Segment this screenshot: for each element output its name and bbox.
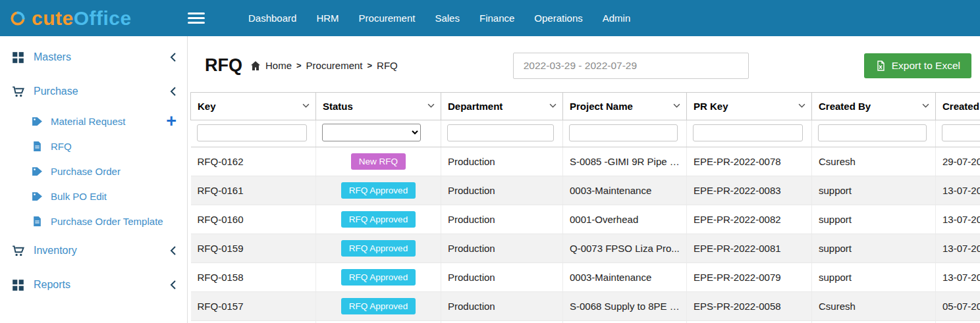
breadcrumb-separator: > bbox=[367, 61, 372, 70]
nav-item-dashboard[interactable]: Dashboard bbox=[248, 12, 296, 24]
cell-created-by: Csuresh bbox=[812, 321, 936, 323]
cell-status: RFQ Approved bbox=[316, 292, 441, 321]
nav-item-procurement[interactable]: Procurement bbox=[359, 12, 416, 24]
cell-key: RFQ-0160 bbox=[191, 205, 316, 234]
table-row[interactable]: RFQ-0159 RFQ Approved Production Q-0073 … bbox=[191, 234, 980, 263]
sidebar-item-material-request[interactable]: Material Request + bbox=[0, 109, 187, 134]
cell-created: 13-07-2022 bbox=[936, 263, 980, 292]
grid-icon bbox=[12, 279, 24, 291]
cell-pr-key: EPE-PR-2022-0082 bbox=[687, 205, 812, 234]
chevron-down-icon[interactable] bbox=[302, 103, 310, 108]
nav-item-operations[interactable]: Operations bbox=[534, 12, 582, 24]
breadcrumb-item-rfq[interactable]: RFQ bbox=[377, 60, 398, 71]
main-content: RFQ Home > Procurement > RFQ bbox=[188, 36, 980, 323]
cell-created: 17-06-2022 bbox=[936, 321, 980, 323]
filter-input-created-by[interactable] bbox=[818, 124, 927, 141]
main-nav: Dashboard HRM Procurement Sales Finance … bbox=[248, 12, 630, 24]
chevron-left-icon[interactable] bbox=[170, 53, 177, 62]
rfq-table: Key Status Department Project Name PR Ke… bbox=[190, 92, 980, 323]
cell-created: 05-07-2022 bbox=[936, 292, 980, 321]
export-button-label: Export to Excel bbox=[892, 60, 960, 72]
status-badge: RFQ Approved bbox=[341, 211, 416, 228]
column-header-created[interactable]: Created bbox=[936, 93, 980, 120]
cell-created: 13-07-2022 bbox=[936, 205, 980, 234]
column-header-status[interactable]: Status bbox=[316, 93, 441, 120]
nav-item-admin[interactable]: Admin bbox=[603, 12, 631, 24]
sidebar-item-label: Purchase Order Template bbox=[51, 216, 163, 227]
cell-status: New RFQ bbox=[316, 147, 441, 176]
table-filter-row bbox=[191, 120, 980, 147]
sidebar-item-rfq[interactable]: RFQ bbox=[0, 134, 187, 159]
nav-item-hrm[interactable]: HRM bbox=[316, 12, 339, 24]
logo-text-cute: cute bbox=[32, 7, 74, 29]
chevron-down-icon[interactable] bbox=[798, 103, 805, 108]
cell-status: RFQ Approved bbox=[316, 234, 441, 263]
column-label: Created By bbox=[819, 101, 871, 112]
cell-key: RFQ-0156 bbox=[191, 321, 316, 323]
status-badge: RFQ Approved bbox=[341, 240, 416, 257]
table-row[interactable]: RFQ-0157 RFQ Approved Production S-0068 … bbox=[191, 292, 980, 321]
sidebar-item-masters[interactable]: Masters bbox=[0, 40, 187, 74]
filter-select-status[interactable] bbox=[322, 124, 421, 141]
column-header-pr-key[interactable]: PR Key bbox=[687, 93, 812, 120]
chevron-left-icon[interactable] bbox=[170, 87, 177, 96]
filter-input-created[interactable] bbox=[942, 124, 980, 141]
chevron-left-icon[interactable] bbox=[170, 246, 177, 255]
date-range-input[interactable] bbox=[513, 53, 749, 79]
home-icon[interactable] bbox=[250, 61, 261, 71]
cell-status: RFQ Approved bbox=[316, 205, 441, 234]
nav-item-finance[interactable]: Finance bbox=[479, 12, 514, 24]
filter-cell bbox=[936, 120, 980, 147]
table-row[interactable]: RFQ-0156 RFQ Approved Production Q-0001-… bbox=[191, 321, 980, 323]
app-logo[interactable]: cuteOffice bbox=[0, 7, 188, 30]
sidebar-item-purchase-order-template[interactable]: Purchase Order Template bbox=[0, 209, 187, 234]
file-icon bbox=[32, 216, 43, 227]
filter-cell bbox=[687, 120, 812, 147]
table-row[interactable]: RFQ-0162 New RFQ Production S-0085 -GIMI… bbox=[191, 147, 980, 176]
sidebar-item-inventory[interactable]: Inventory bbox=[0, 234, 187, 268]
chevron-down-icon[interactable] bbox=[922, 103, 929, 108]
filter-cell bbox=[812, 120, 936, 147]
sidebar-item-label: Purchase bbox=[34, 86, 78, 97]
filter-input-pr-key[interactable] bbox=[693, 124, 803, 141]
filter-input-department[interactable] bbox=[447, 124, 554, 141]
sidebar-item-bulk-po-edit[interactable]: Bulk PO Edit bbox=[0, 184, 187, 209]
chevron-down-icon[interactable] bbox=[673, 103, 680, 108]
filter-input-project-name[interactable] bbox=[569, 124, 678, 141]
sidebar-item-label: Material Request bbox=[51, 116, 125, 127]
tag-icon bbox=[32, 116, 43, 127]
breadcrumb-item-home[interactable]: Home bbox=[265, 60, 292, 71]
menu-toggle-icon[interactable] bbox=[188, 12, 205, 24]
cell-pr-key: EPE-PR-2022-0078 bbox=[687, 147, 812, 176]
column-header-key[interactable]: Key bbox=[191, 93, 316, 120]
sidebar-item-reports[interactable]: Reports bbox=[0, 268, 187, 302]
cell-created-by: support bbox=[812, 234, 936, 263]
column-header-created-by[interactable]: Created By bbox=[812, 93, 936, 120]
table-row[interactable]: RFQ-0158 RFQ Approved Production 0003-Ma… bbox=[191, 263, 980, 292]
plus-icon[interactable]: + bbox=[166, 114, 177, 128]
cell-pr-key: EPS-PR-2022-0058 bbox=[687, 292, 812, 321]
cell-project-name: 0003-Maintenance bbox=[563, 176, 687, 205]
chevron-down-icon[interactable] bbox=[549, 103, 557, 108]
filter-cell bbox=[316, 120, 441, 147]
column-header-project-name[interactable]: Project Name bbox=[563, 93, 687, 120]
chevron-left-icon[interactable] bbox=[170, 280, 177, 289]
sidebar-item-purchase-order[interactable]: Purchase Order bbox=[0, 159, 187, 184]
grid-icon bbox=[12, 51, 24, 64]
export-to-excel-button[interactable]: Export to Excel bbox=[864, 53, 971, 78]
cell-department: Production bbox=[441, 292, 563, 321]
nav-item-sales[interactable]: Sales bbox=[435, 12, 460, 24]
table-row[interactable]: RFQ-0161 RFQ Approved Production 0003-Ma… bbox=[191, 176, 980, 205]
cell-created-by: support bbox=[812, 263, 936, 292]
cell-status: RFQ Approved bbox=[316, 176, 441, 205]
chevron-down-icon[interactable] bbox=[427, 103, 435, 108]
table-row[interactable]: RFQ-0160 RFQ Approved Production 0001-Ov… bbox=[191, 205, 980, 234]
cell-pr-key: EPE-PR-2022-0081 bbox=[687, 234, 812, 263]
filter-input-key[interactable] bbox=[197, 124, 308, 141]
status-badge: RFQ Approved bbox=[341, 298, 416, 314]
cell-created: 29-07-2022 bbox=[936, 147, 980, 176]
tag-icon bbox=[32, 166, 43, 177]
sidebar-item-purchase[interactable]: Purchase bbox=[0, 74, 187, 109]
breadcrumb-item-procurement[interactable]: Procurement bbox=[306, 60, 363, 71]
column-header-department[interactable]: Department bbox=[441, 93, 563, 120]
